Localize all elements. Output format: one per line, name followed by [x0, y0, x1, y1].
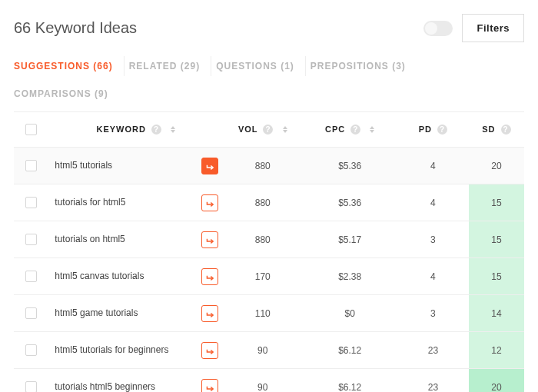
table-body: html5 tutorials 880 $5.36 4 20 tutorials… [14, 148, 524, 393]
pd-cell: 4 [397, 258, 469, 295]
keyword-cell: html5 tutorials [48, 148, 223, 184]
export-arrow-icon[interactable] [201, 268, 218, 285]
export-arrow-icon[interactable] [201, 379, 218, 393]
vol-cell: 880 [223, 184, 302, 221]
vol-cell: 170 [223, 258, 302, 295]
table-header-row: KEYWORD ? VOL ? CPC ? PD ? SD ? [14, 112, 524, 148]
row-check-cell [14, 221, 48, 258]
keyword-text: tutorials for html5 [55, 197, 125, 208]
keyword-text: html5 tutorials [55, 160, 112, 171]
keyword-cell: html5 tutorials for beginners [48, 332, 223, 369]
help-icon[interactable]: ? [350, 125, 360, 135]
vol-cell: 880 [223, 148, 302, 184]
export-arrow-icon[interactable] [201, 342, 218, 359]
sd-cell: 20 [469, 369, 524, 393]
vol-cell: 90 [223, 332, 302, 369]
export-arrow-icon[interactable] [201, 194, 218, 211]
pd-cell: 23 [397, 332, 469, 369]
header: 66 Keyword Ideas Filters [14, 14, 524, 42]
pd-cell: 3 [397, 221, 469, 258]
header-controls: Filters [423, 14, 524, 42]
tab-suggestions[interactable]: SUGGESTIONS (66) [14, 56, 125, 76]
col-header-keyword-label: KEYWORD [96, 125, 145, 134]
row-checkbox[interactable] [25, 344, 37, 356]
col-header-vol[interactable]: VOL ? [223, 112, 302, 148]
export-arrow-icon[interactable] [201, 158, 218, 174]
row-checkbox[interactable] [25, 234, 37, 245]
sd-cell: 14 [469, 295, 524, 332]
tabs-row-1: SUGGESTIONS (66) RELATED (29) QUESTIONS … [14, 56, 524, 76]
sd-cell: 12 [469, 332, 524, 369]
col-header-pd[interactable]: PD ? [397, 112, 469, 148]
help-icon[interactable]: ? [151, 125, 161, 135]
row-checkbox[interactable] [25, 307, 37, 319]
keyword-cell: html5 game tutorials [48, 295, 223, 332]
row-check-cell [14, 184, 48, 221]
table-row[interactable]: html5 tutorials 880 $5.36 4 20 [14, 148, 524, 184]
row-check-cell [14, 369, 48, 393]
table-row[interactable]: tutorials on html5 880 $5.17 3 15 [14, 221, 524, 258]
col-header-vol-label: VOL [238, 125, 257, 134]
col-header-pd-label: PD [419, 125, 432, 134]
cpc-cell: $5.36 [302, 184, 397, 221]
keyword-text: html5 tutorials for beginners [55, 344, 168, 356]
row-checkbox[interactable] [25, 197, 37, 208]
cpc-cell: $0 [302, 295, 397, 332]
cpc-cell: $5.36 [302, 148, 397, 184]
toggle-switch[interactable] [423, 21, 453, 36]
table-row[interactable]: html5 game tutorials 110 $0 3 14 [14, 295, 524, 332]
sd-cell: 15 [469, 221, 524, 258]
help-icon[interactable]: ? [437, 125, 447, 135]
col-header-sd-label: SD [482, 125, 495, 134]
tab-questions[interactable]: QUESTIONS (1) [216, 56, 306, 76]
pd-cell: 4 [397, 184, 469, 221]
keyword-table: KEYWORD ? VOL ? CPC ? PD ? SD ? [14, 111, 524, 392]
sd-cell: 20 [469, 148, 524, 184]
keyword-text: html5 game tutorials [55, 307, 138, 319]
cpc-cell: $2.38 [302, 258, 397, 295]
sort-icon[interactable] [370, 126, 374, 133]
help-icon[interactable]: ? [501, 125, 511, 135]
export-arrow-icon[interactable] [201, 231, 218, 248]
keyword-text: tutorials html5 beginners [55, 381, 155, 392]
pd-cell: 23 [397, 369, 469, 393]
keyword-cell: tutorials html5 beginners [48, 369, 223, 393]
col-header-keyword[interactable]: KEYWORD ? [48, 112, 223, 148]
table-row[interactable]: html5 canvas tutorials 170 $2.38 4 15 [14, 258, 524, 295]
keyword-cell: tutorials on html5 [48, 221, 223, 258]
keyword-cell: tutorials for html5 [48, 184, 223, 221]
row-checkbox[interactable] [25, 160, 37, 171]
keyword-cell: html5 canvas tutorials [48, 258, 223, 295]
table-row[interactable]: html5 tutorials for beginners 90 $6.12 2… [14, 332, 524, 369]
vol-cell: 90 [223, 369, 302, 393]
export-arrow-icon[interactable] [201, 305, 218, 322]
tabs-row-2: COMPARISONS (9) [14, 84, 524, 104]
vol-cell: 110 [223, 295, 302, 332]
row-check-cell [14, 148, 48, 184]
help-icon[interactable]: ? [263, 125, 273, 135]
sd-cell: 15 [469, 184, 524, 221]
table-row[interactable]: tutorials html5 beginners 90 $6.12 23 20 [14, 369, 524, 393]
cpc-cell: $6.12 [302, 332, 397, 369]
col-header-cpc-label: CPC [325, 125, 345, 134]
tab-comparisons[interactable]: COMPARISONS (9) [14, 84, 119, 104]
pd-cell: 3 [397, 295, 469, 332]
row-check-cell [14, 258, 48, 295]
vol-cell: 880 [223, 221, 302, 258]
tab-related[interactable]: RELATED (29) [129, 56, 211, 76]
tab-prepositions[interactable]: PREPOSITIONS (3) [311, 56, 417, 76]
cpc-cell: $5.17 [302, 221, 397, 258]
col-header-check [14, 112, 48, 148]
pd-cell: 4 [397, 148, 469, 184]
sort-icon[interactable] [283, 126, 287, 133]
col-header-sd[interactable]: SD ? [469, 112, 524, 148]
select-all-checkbox[interactable] [25, 124, 37, 135]
col-header-cpc[interactable]: CPC ? [302, 112, 397, 148]
table-row[interactable]: tutorials for html5 880 $5.36 4 15 [14, 184, 524, 221]
row-checkbox[interactable] [25, 381, 37, 392]
keyword-text: html5 canvas tutorials [55, 271, 144, 282]
cpc-cell: $6.12 [302, 369, 397, 393]
sort-icon[interactable] [171, 126, 175, 133]
row-checkbox[interactable] [25, 271, 37, 282]
filters-button[interactable]: Filters [462, 14, 524, 42]
